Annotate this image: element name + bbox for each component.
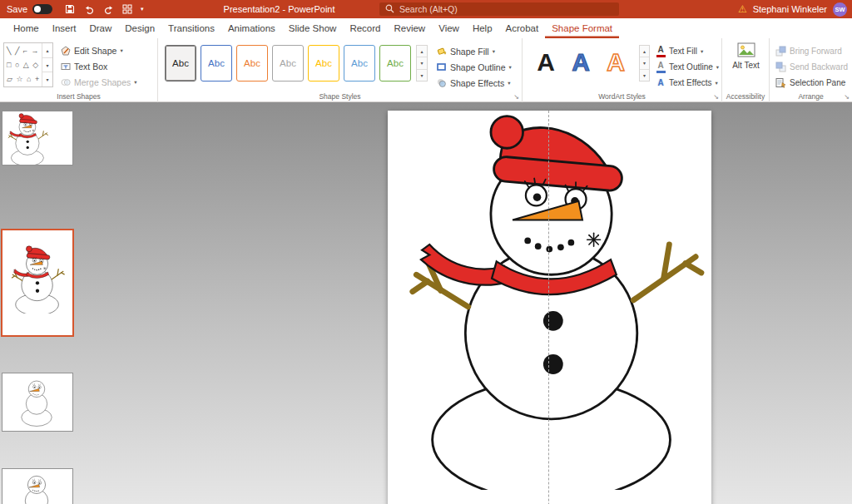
slide-thumbnail-4[interactable] bbox=[2, 468, 73, 504]
wordart-gallery-scroll: ▴ ▾ ▾ bbox=[639, 45, 650, 82]
wordart-style-orange-outline[interactable]: A bbox=[599, 42, 632, 82]
shape-fill-button[interactable]: Shape Fill ▾ bbox=[434, 43, 513, 59]
chevron-down-icon: ▾ bbox=[716, 80, 718, 86]
tab-review[interactable]: Review bbox=[387, 18, 432, 38]
shape-gallery-row[interactable]: ╲ ╱ ⌐ → bbox=[7, 47, 42, 55]
tab-shape-format[interactable]: Shape Format bbox=[545, 18, 619, 38]
slide-thumbnail-2-selected[interactable] bbox=[1, 229, 74, 337]
tab-slide-show[interactable]: Slide Show bbox=[282, 18, 344, 38]
avatar[interactable]: SW bbox=[833, 2, 847, 17]
tab-record[interactable]: Record bbox=[343, 18, 387, 38]
shape-outline-button[interactable]: Shape Outline ▾ bbox=[434, 59, 513, 75]
snowman-graphic[interactable] bbox=[407, 112, 709, 490]
wordart-style-blue-fill[interactable]: A bbox=[564, 42, 597, 82]
slide-thumbnail-3[interactable] bbox=[2, 373, 73, 432]
shape-style-swatch[interactable]: Abc bbox=[272, 45, 304, 82]
text-effects-icon: A bbox=[656, 79, 666, 87]
send-backward-icon bbox=[775, 62, 786, 72]
slide-thumbnail-1[interactable] bbox=[2, 111, 73, 166]
group-wordart-styles: A A A ▴ ▾ ▾ A Text Fill ▾ A Text Outline… bbox=[523, 38, 722, 102]
edit-shape-button[interactable]: Edit Shape ▾ bbox=[58, 42, 139, 58]
customize-qat-chevron-icon[interactable]: ▾ bbox=[141, 6, 144, 12]
shape-style-swatch[interactable]: Abc bbox=[308, 45, 339, 82]
chevron-down-icon: ▾ bbox=[134, 79, 136, 86]
search-icon bbox=[385, 4, 394, 15]
group-arrange: Bring Forward Send Backward Selection Pa… bbox=[770, 38, 852, 102]
snowman-thumbnail-graphic bbox=[7, 113, 49, 165]
tab-home[interactable]: Home bbox=[7, 18, 46, 38]
autosave-toggle[interactable] bbox=[32, 4, 52, 14]
selection-pane-button[interactable]: Selection Pane bbox=[774, 75, 850, 91]
group-insert-shapes: ╲ ╱ ⌐ → □ ○ △ ◇ ▱ ☆ ⌂ + ▴ ▾ ▾ Edit Shape… bbox=[0, 38, 158, 102]
dialog-launcher-icon[interactable]: ↘ bbox=[713, 94, 719, 101]
shape-fill-icon bbox=[436, 46, 447, 57]
tab-design[interactable]: Design bbox=[118, 18, 161, 38]
alt-text-button[interactable]: Alt Text bbox=[727, 42, 765, 91]
gallery-down-icon[interactable]: ▾ bbox=[42, 58, 52, 73]
quick-access-toolbar: ▾ bbox=[64, 3, 144, 15]
snowman-plain-thumbnail-graphic bbox=[17, 378, 56, 427]
tab-animations[interactable]: Animations bbox=[221, 18, 282, 38]
group-shape-styles: Abc Abc Abc Abc Abc Abc Abc ▴ ▾ ▾ Shape … bbox=[158, 38, 523, 102]
shape-style-swatch[interactable]: Abc bbox=[201, 45, 232, 82]
tab-insert[interactable]: Insert bbox=[46, 18, 83, 38]
tab-view[interactable]: View bbox=[432, 18, 466, 38]
group-accessibility: Alt Text Accessibility bbox=[722, 38, 770, 102]
dialog-launcher-icon[interactable]: ↘ bbox=[513, 94, 519, 101]
save-icon[interactable] bbox=[64, 3, 76, 15]
shape-style-gallery: Abc Abc Abc Abc Abc Abc Abc bbox=[165, 45, 411, 82]
text-effects-button[interactable]: A Text Effects ▾ bbox=[654, 75, 721, 91]
gallery-up-icon[interactable]: ▴ bbox=[640, 46, 649, 57]
gallery-up-icon[interactable]: ▴ bbox=[417, 46, 427, 57]
shape-style-swatch[interactable]: Abc bbox=[344, 45, 375, 82]
shape-gallery-row[interactable]: ▱ ☆ ⌂ + bbox=[7, 75, 42, 83]
bring-forward-icon bbox=[775, 46, 786, 57]
tab-help[interactable]: Help bbox=[466, 18, 499, 38]
gallery-down-icon[interactable]: ▾ bbox=[640, 57, 649, 69]
group-label-accessibility: Accessibility bbox=[722, 92, 769, 101]
chevron-down-icon: ▾ bbox=[493, 48, 495, 55]
gallery-up-icon[interactable]: ▴ bbox=[42, 43, 52, 58]
shape-gallery-row[interactable]: □ ○ △ ◇ bbox=[7, 61, 42, 69]
edit-shape-icon bbox=[60, 45, 71, 56]
warning-icon[interactable]: ⚠ bbox=[738, 4, 747, 14]
search-input[interactable] bbox=[399, 4, 582, 14]
alt-text-icon bbox=[737, 42, 755, 59]
redo-icon[interactable] bbox=[102, 3, 114, 15]
dialog-launcher-icon[interactable]: ↘ bbox=[844, 94, 850, 101]
snowman-plain-thumbnail-graphic bbox=[16, 472, 57, 504]
gallery-more-icon[interactable]: ▾ bbox=[417, 70, 427, 81]
tab-acrobat[interactable]: Acrobat bbox=[499, 18, 546, 38]
text-outline-button[interactable]: A Text Outline ▾ bbox=[654, 59, 721, 75]
tab-draw[interactable]: Draw bbox=[82, 18, 118, 38]
shape-effects-button[interactable]: Shape Effects ▾ bbox=[434, 75, 513, 91]
search-box[interactable] bbox=[379, 2, 619, 16]
group-label-shape-styles: Shape Styles bbox=[158, 92, 522, 101]
account-name[interactable]: Stephani Winkeler bbox=[753, 4, 827, 14]
merge-shapes-button[interactable]: Merge Shapes ▾ bbox=[58, 74, 139, 90]
gallery-more-icon[interactable]: ▾ bbox=[640, 70, 649, 81]
shape-gallery[interactable]: ╲ ╱ ⌐ → □ ○ △ ◇ ▱ ☆ ⌂ + ▴ ▾ ▾ bbox=[3, 42, 53, 87]
chevron-down-icon: ▾ bbox=[716, 64, 719, 71]
send-backward-button[interactable]: Send Backward bbox=[774, 59, 850, 75]
gallery-more-icon[interactable]: ▾ bbox=[42, 72, 52, 86]
text-box-button[interactable]: Text Box bbox=[58, 58, 139, 74]
undo-icon[interactable] bbox=[83, 3, 95, 15]
touch-mode-icon[interactable] bbox=[121, 3, 133, 15]
text-fill-button[interactable]: A Text Fill ▾ bbox=[654, 43, 721, 59]
shape-style-swatch[interactable]: Abc bbox=[165, 45, 196, 82]
chevron-down-icon: ▾ bbox=[509, 64, 512, 71]
gallery-down-icon[interactable]: ▾ bbox=[417, 57, 427, 69]
toggle-knob bbox=[34, 6, 41, 12]
slide-canvas[interactable] bbox=[388, 111, 711, 504]
bring-forward-button[interactable]: Bring Forward bbox=[774, 43, 850, 59]
shape-style-swatch[interactable]: Abc bbox=[379, 45, 411, 82]
powerpoint-window: Save ▾ Presentation2 - PowerPoint bbox=[0, 0, 852, 504]
wordart-style-plain[interactable]: A bbox=[529, 42, 562, 82]
shape-effects-icon bbox=[436, 77, 447, 88]
tab-transitions[interactable]: Transitions bbox=[161, 18, 221, 38]
chevron-down-icon: ▾ bbox=[508, 80, 510, 86]
work-area bbox=[0, 102, 852, 504]
shape-style-swatch[interactable]: Abc bbox=[236, 45, 268, 82]
chevron-down-icon: ▾ bbox=[120, 47, 122, 54]
